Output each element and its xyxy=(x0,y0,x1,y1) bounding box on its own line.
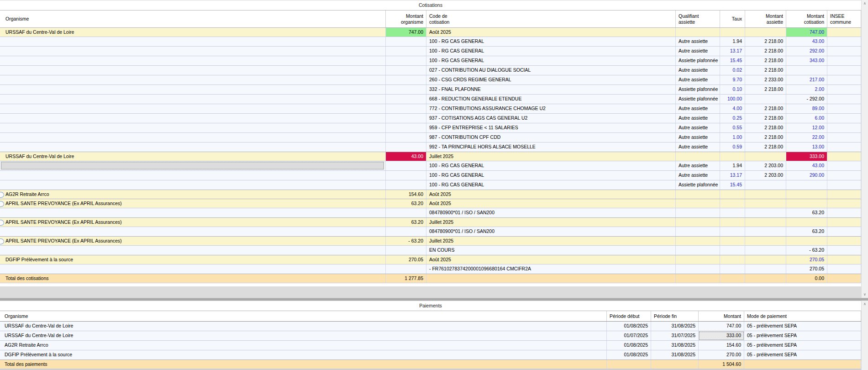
montant-cotisation-cell[interactable]: 292.00 xyxy=(786,47,827,56)
table-row[interactable]: AG2R Retraite Arrco01/08/202531/08/20251… xyxy=(0,341,861,350)
code-cotisation-cell[interactable]: - FR7610278374200001096680164 CMCIFR2A xyxy=(426,264,676,274)
insee-commune-cell[interactable] xyxy=(827,237,861,245)
qualifiant-assiette-cell[interactable]: Autre assiette xyxy=(676,171,720,180)
table-row[interactable]: URSSAF du Centre-Val de Loire01/08/20253… xyxy=(0,322,861,331)
montant-assiette-cell[interactable] xyxy=(745,274,786,283)
montant-organisme-cell[interactable] xyxy=(386,171,426,180)
organisme-cell[interactable] xyxy=(0,143,386,152)
qualifiant-assiette-cell[interactable]: Autre assiette xyxy=(676,143,720,152)
qualifiant-assiette-cell[interactable]: Assiette plafonnée xyxy=(676,180,720,190)
montant-assiette-cell[interactable]: 2 218.00 xyxy=(745,37,786,46)
taux-cell[interactable] xyxy=(720,264,745,274)
column-header-periode-debut[interactable]: Période début xyxy=(607,311,651,321)
organisme-cell[interactable]: APRIL SANTE PREVOYANCE (Ex APRIL Assuran… xyxy=(0,199,386,208)
table-row[interactable]: URSSAF du Centre-Val de Loire01/07/20253… xyxy=(0,331,861,341)
insee-commune-cell[interactable] xyxy=(827,161,861,170)
organisme-cell[interactable] xyxy=(0,85,386,94)
taux-cell[interactable]: 4.00 xyxy=(720,104,745,113)
periode-fin-cell[interactable]: 31/07/2025 xyxy=(651,331,699,340)
insee-commune-cell[interactable] xyxy=(827,171,861,180)
qualifiant-assiette-cell[interactable] xyxy=(676,274,720,283)
montant-cotisation-cell[interactable] xyxy=(786,190,827,199)
montant-cotisation-cell[interactable]: 0.00 xyxy=(786,274,827,283)
taux-cell[interactable]: 0.55 xyxy=(720,123,745,132)
table-row[interactable]: 992 - TA PRINCIPALE HORS ALSACE MOSELLEA… xyxy=(0,143,861,152)
montant-organisme-cell[interactable] xyxy=(386,56,426,65)
organisme-cell[interactable]: URSSAF du Centre-Val de Loire xyxy=(0,28,386,37)
montant-cotisation-cell[interactable]: 63.20 xyxy=(786,227,827,236)
montant-cotisation-cell[interactable]: 270.05 xyxy=(786,264,827,274)
organisme-cell[interactable]: APRIL SANTE PREVOYANCE (Ex APRIL Assuran… xyxy=(0,218,386,227)
montant-assiette-cell[interactable] xyxy=(745,199,786,208)
organisme-cell[interactable] xyxy=(0,37,386,46)
table-row[interactable]: DGFIP Prélèvement à la source01/08/20253… xyxy=(0,350,861,360)
insee-commune-cell[interactable] xyxy=(827,133,861,142)
qualifiant-assiette-cell[interactable] xyxy=(676,237,720,245)
column-header-mode-paiement[interactable]: Mode de paiement xyxy=(744,311,861,321)
code-cotisation-cell[interactable]: 027 - CONTRIBUTION AU DIALOGUE SOCIAL xyxy=(426,66,676,75)
organisme-cell[interactable] xyxy=(0,75,386,85)
qualifiant-assiette-cell[interactable]: Assiette plafonnée xyxy=(676,95,720,104)
montant-cotisation-cell[interactable]: 6.00 xyxy=(786,114,827,123)
taux-cell[interactable]: 1.94 xyxy=(720,161,745,170)
insee-commune-cell[interactable] xyxy=(827,66,861,75)
taux-cell[interactable]: 9.70 xyxy=(720,75,745,85)
periode-fin-cell[interactable]: 31/08/2025 xyxy=(651,341,699,350)
organisme-cell[interactable] xyxy=(0,227,386,236)
insee-commune-cell[interactable] xyxy=(827,123,861,132)
montant-organisme-cell[interactable] xyxy=(386,208,426,217)
taux-cell[interactable] xyxy=(720,152,745,161)
organisme-cell[interactable] xyxy=(0,208,386,217)
qualifiant-assiette-cell[interactable] xyxy=(676,152,720,161)
taux-cell[interactable] xyxy=(720,274,745,283)
periode-debut-cell[interactable]: 01/08/2025 xyxy=(607,341,651,350)
montant-organisme-cell[interactable] xyxy=(386,161,426,170)
organisme-cell[interactable] xyxy=(0,56,386,65)
montant-assiette-cell[interactable] xyxy=(745,227,786,236)
organisme-cell[interactable]: AG2R Retraite Arrco xyxy=(0,190,386,199)
montant-assiette-cell[interactable]: 2 203.00 xyxy=(745,171,786,180)
montant-assiette-cell[interactable]: 2 233.00 xyxy=(745,75,786,85)
table-row[interactable]: 100 - RG CAS GENERALAutre assiette1.942 … xyxy=(0,161,861,171)
montant-cotisation-cell[interactable]: 333.00 xyxy=(786,152,827,161)
montant-cotisation-cell[interactable]: - 292.00 xyxy=(786,95,827,104)
code-cotisation-cell[interactable]: 100 - RG CAS GENERAL xyxy=(426,180,676,190)
montant-assiette-cell[interactable]: 2 218.00 xyxy=(745,85,786,94)
table-row[interactable]: Total des cotisations1 277.850.00 xyxy=(0,274,861,283)
mode-paiement-cell[interactable]: 05 - prélèvement SEPA xyxy=(744,341,861,350)
montant-cotisation-cell[interactable]: 12.00 xyxy=(786,123,827,132)
montant-assiette-cell[interactable]: 2 218.00 xyxy=(745,104,786,113)
insee-commune-cell[interactable] xyxy=(827,264,861,274)
montant-organisme-cell[interactable] xyxy=(386,246,426,255)
qualifiant-assiette-cell[interactable] xyxy=(676,218,720,227)
montant-organisme-cell[interactable] xyxy=(386,85,426,94)
montant-assiette-cell[interactable]: 2 218.00 xyxy=(745,133,786,142)
insee-commune-cell[interactable] xyxy=(827,190,861,199)
montant-organisme-cell[interactable]: 154.60 xyxy=(386,190,426,199)
insee-commune-cell[interactable] xyxy=(827,180,861,190)
insee-commune-cell[interactable] xyxy=(827,37,861,46)
organisme-cell[interactable] xyxy=(0,104,386,113)
montant-organisme-cell[interactable] xyxy=(386,47,426,56)
montant-assiette-cell[interactable] xyxy=(745,28,786,37)
montant-cotisation-cell[interactable]: 270.05 xyxy=(786,255,827,264)
insee-commune-cell[interactable] xyxy=(827,152,861,161)
montant-cotisation-cell[interactable]: 22.00 xyxy=(786,133,827,142)
qualifiant-assiette-cell[interactable] xyxy=(676,28,720,37)
montant-cotisation-cell[interactable]: 747.00 xyxy=(786,28,827,37)
insee-commune-cell[interactable] xyxy=(827,104,861,113)
insee-commune-cell[interactable] xyxy=(827,255,861,264)
taux-cell[interactable] xyxy=(720,255,745,264)
montant-cotisation-cell[interactable] xyxy=(786,237,827,245)
code-cotisation-cell[interactable]: 772 - CONTRIBUTIONS ASSURANCE CHOMAGE U2 xyxy=(426,104,676,113)
table-row[interactable]: EN COURS- 63.20 xyxy=(0,246,861,255)
organisme-cell[interactable]: URSSAF du Centre-Val de Loire xyxy=(0,152,386,161)
periode-fin-cell[interactable]: 31/08/2025 xyxy=(651,350,699,359)
taux-cell[interactable]: 15.45 xyxy=(720,180,745,190)
table-row[interactable]: 084780900*01 / ISO / SAN20063.20 xyxy=(0,208,861,218)
periode-debut-cell[interactable]: 01/08/2025 xyxy=(607,322,651,331)
code-cotisation-cell[interactable]: 100 - RG CAS GENERAL xyxy=(426,161,676,170)
code-cotisation-cell[interactable]: EN COURS xyxy=(426,246,676,255)
table-row[interactable]: AG2R Retraite Arrco154.60Août 2025 xyxy=(0,190,861,199)
montant-assiette-cell[interactable] xyxy=(745,218,786,227)
